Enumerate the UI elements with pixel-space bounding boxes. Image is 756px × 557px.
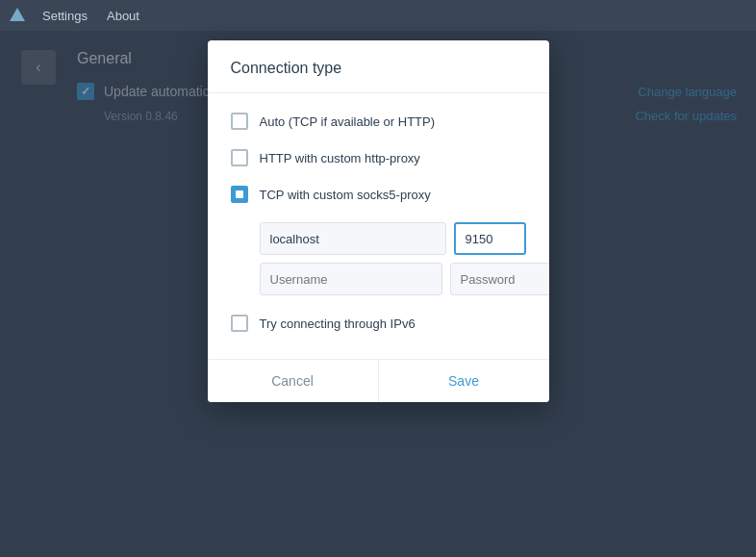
about-nav-item[interactable]: About bbox=[99, 5, 147, 27]
proxy-inputs-row bbox=[260, 222, 526, 255]
port-input[interactable] bbox=[454, 222, 526, 255]
modal-header: Connection type bbox=[208, 40, 549, 93]
option-auto-checkbox[interactable] bbox=[231, 113, 248, 130]
app-logo bbox=[8, 6, 27, 25]
modal-body: Auto (TCP if available or HTTP) HTTP wit… bbox=[208, 93, 549, 359]
option-tcp[interactable]: TCP with custom socks5-proxy bbox=[231, 186, 526, 203]
option-auto[interactable]: Auto (TCP if available or HTTP) bbox=[231, 113, 526, 130]
option-http[interactable]: HTTP with custom http-proxy bbox=[231, 149, 526, 166]
option-tcp-checkbox[interactable] bbox=[231, 186, 248, 203]
main-content: ‹ General Update automatically Change la… bbox=[0, 31, 756, 557]
credentials-row bbox=[260, 263, 526, 295]
connection-type-dialog: Connection type Auto (TCP if available o… bbox=[208, 40, 549, 402]
modal-overlay: Connection type Auto (TCP if available o… bbox=[0, 31, 756, 557]
option-ipv6-checkbox[interactable] bbox=[231, 315, 248, 332]
option-auto-label: Auto (TCP if available or HTTP) bbox=[260, 114, 436, 129]
modal-footer: Cancel Save bbox=[208, 359, 549, 402]
host-input[interactable] bbox=[260, 222, 446, 255]
option-http-label: HTTP with custom http-proxy bbox=[260, 151, 420, 165]
option-http-checkbox[interactable] bbox=[231, 149, 248, 166]
svg-marker-0 bbox=[10, 8, 25, 21]
option-ipv6[interactable]: Try connecting through IPv6 bbox=[231, 315, 526, 332]
option-tcp-label: TCP with custom socks5-proxy bbox=[260, 188, 431, 202]
modal-title: Connection type bbox=[231, 60, 526, 77]
topbar: Settings About bbox=[0, 0, 756, 31]
cancel-button[interactable]: Cancel bbox=[208, 360, 379, 402]
settings-nav-item[interactable]: Settings bbox=[35, 5, 95, 27]
password-input[interactable] bbox=[450, 263, 549, 295]
save-button[interactable]: Save bbox=[379, 360, 549, 402]
username-input[interactable] bbox=[260, 263, 442, 295]
option-ipv6-label: Try connecting through IPv6 bbox=[260, 316, 416, 331]
